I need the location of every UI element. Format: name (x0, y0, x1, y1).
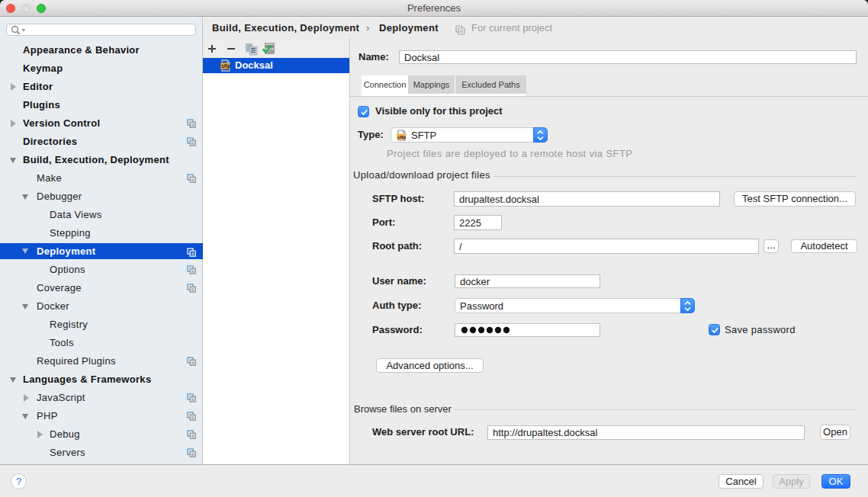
svg-text:sftp: sftp (397, 135, 406, 139)
svg-text:sftp: sftp (221, 63, 230, 69)
